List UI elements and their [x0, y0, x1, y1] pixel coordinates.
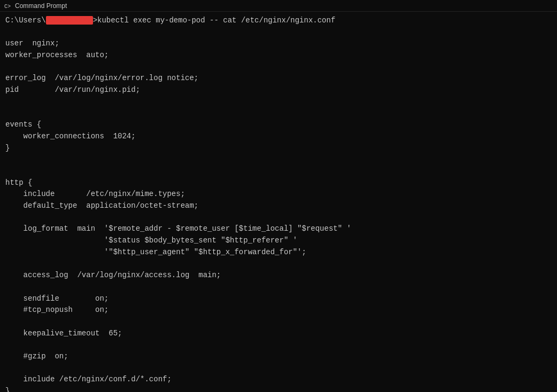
output-line [5, 96, 552, 108]
output-line [5, 363, 552, 374]
output-line: #gzip on; [5, 351, 552, 363]
output-line: error_log /var/log/nginx/error.log notic… [5, 73, 552, 84]
output-line: sendfile on; [5, 293, 552, 305]
output-line: user nginx; [5, 38, 552, 50]
output-line: default_type application/octet-stream; [5, 200, 552, 212]
output-line [5, 108, 552, 120]
output-line: keepalive_timeout 65; [5, 328, 552, 340]
output-line [5, 154, 552, 166]
output-line: worker_processes auto; [5, 50, 552, 61]
output-line: pid /var/run/nginx.pid; [5, 84, 552, 96]
output-line [5, 166, 552, 177]
prompt-text: C:\Users\ [5, 16, 46, 25]
svg-text:C>: C> [4, 4, 11, 10]
output-line [5, 339, 552, 351]
command-line: C:\Users\XXXXXXXXXX>kubectl exec my-demo… [5, 15, 552, 27]
title-bar: C> Command Prompt [0, 0, 557, 12]
output-line: #tcp_nopush on; [5, 304, 552, 316]
output-line: http { [5, 177, 552, 189]
output-line: log_format main '$remote_addr - $remote_… [5, 223, 552, 235]
title-bar-text: Command Prompt [15, 2, 67, 10]
redacted-username: XXXXXXXXXX [46, 16, 93, 25]
command-text: >kubectl exec my-demo-pod -- cat /etc/ng… [93, 16, 336, 25]
output-line: include /etc/nginx/mime.types; [5, 189, 552, 200]
output-line: include /etc/nginx/conf.d/*.conf; [5, 374, 552, 386]
output-line [5, 258, 552, 270]
terminal-body: C:\Users\XXXXXXXXXX>kubectl exec my-demo… [0, 12, 557, 392]
output-line [5, 61, 552, 73]
output-line: } [5, 143, 552, 154]
output-line: events { [5, 119, 552, 131]
cmd-icon: C> [3, 2, 12, 10]
output-line [5, 281, 552, 293]
output-line [5, 27, 552, 38]
output-line: worker_connections 1024; [5, 131, 552, 143]
output-line: '"$http_user_agent" "$http_x_forwarded_f… [5, 247, 552, 258]
output-line: '$status $body_bytes_sent "$http_referer… [5, 235, 552, 247]
output-line [5, 316, 552, 328]
output-line: access_log /var/log/nginx/access.log mai… [5, 270, 552, 281]
output-line: } [5, 386, 552, 392]
output-lines: user nginx;worker_processes auto; error_… [5, 27, 552, 392]
output-line [5, 212, 552, 224]
